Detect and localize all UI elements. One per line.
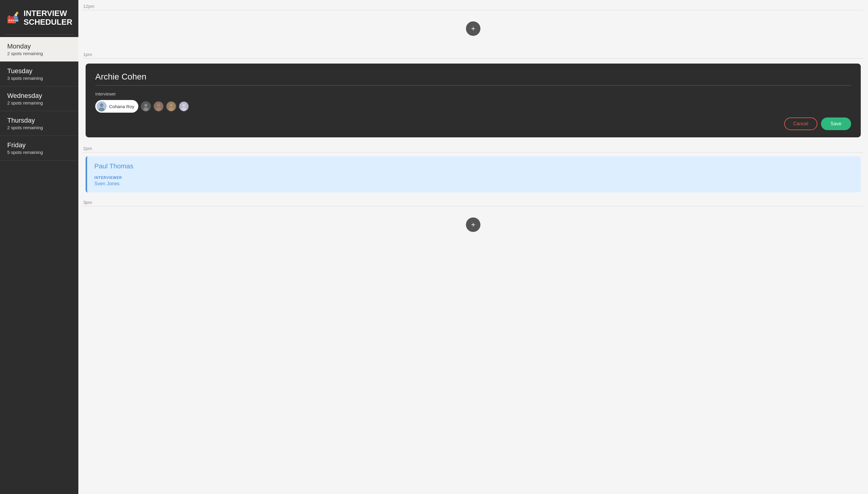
editing-card-container: Archie Cohen Interviewer Cohana Roy [78, 59, 868, 142]
plus-icon-2: + [471, 221, 475, 229]
svg-point-15 [100, 103, 104, 107]
svg-point-28 [181, 108, 187, 111]
time-slot-3pm: 3pm + [78, 196, 868, 244]
save-button[interactable]: Save [821, 117, 851, 130]
time-label-12pm: 12pm [78, 0, 868, 10]
sidebar-item-monday[interactable]: Monday 2 spots remaining [0, 37, 78, 62]
cancel-button[interactable]: Cancel [784, 117, 817, 130]
sidebar-item-thursday[interactable]: Thursday 2 spots remaining [0, 111, 78, 136]
app-title: INTERVIEW SCHEDULER [23, 9, 72, 26]
card-actions: Cancel Save [95, 117, 851, 130]
logo-area: INTERVIEW SCHEDULER [0, 0, 78, 34]
svg-rect-5 [11, 20, 12, 21]
primary-interviewer-avatar [96, 101, 107, 111]
interviewer-section-label: Interviewer [95, 92, 851, 96]
display-interviewer-label: INTERVIEWER [94, 176, 853, 180]
extra-interviewer-avatar-4 [179, 101, 189, 111]
plus-icon-1: + [471, 24, 475, 33]
time-slot-2pm: 2pm Paul Thomas INTERVIEWER Sven Jones [78, 142, 868, 196]
primary-interviewer-name: Cohana Roy [109, 104, 134, 109]
app-title-text: INTERVIEW SCHEDULER [23, 9, 72, 26]
time-label-2pm: 2pm [78, 142, 868, 152]
slot-content-12pm: + [78, 11, 868, 47]
display-card-container: Paul Thomas INTERVIEWER Sven Jones [78, 153, 868, 196]
sidebar: INTERVIEW SCHEDULER Monday 2 spots remai… [0, 0, 78, 494]
main-content: 12pm + 1pm Archie Cohen Interviewer [78, 0, 868, 494]
time-slot-1pm: 1pm Archie Cohen Interviewer [78, 48, 868, 142]
svg-rect-2 [9, 15, 10, 18]
app-logo-icon [6, 7, 19, 28]
display-interviewer-name: Sven Jones [94, 181, 853, 187]
interviewer-row: Cohana Roy [95, 100, 851, 113]
svg-point-24 [170, 103, 173, 107]
sidebar-item-tuesday[interactable]: Tuesday 3 spots remaining [0, 62, 78, 87]
extra-interviewer-avatar-2 [153, 101, 164, 111]
svg-point-27 [182, 103, 186, 107]
interview-card-display[interactable]: Paul Thomas INTERVIEWER Sven Jones [86, 156, 861, 192]
time-slot-12pm: 12pm + [78, 0, 868, 48]
svg-rect-4 [9, 20, 10, 21]
svg-rect-10 [15, 20, 18, 21]
display-candidate-name: Paul Thomas [94, 163, 853, 170]
svg-point-18 [144, 103, 148, 107]
sidebar-divider [5, 34, 74, 35]
slot-content-3pm: + [78, 207, 868, 243]
add-interview-button-3pm[interactable]: + [466, 217, 480, 232]
extra-interviewer-avatar-3 [166, 101, 176, 111]
add-interview-button-12pm[interactable]: + [466, 21, 480, 36]
candidate-name-editing: Archie Cohen [95, 72, 851, 86]
svg-point-25 [169, 108, 174, 111]
svg-rect-8 [15, 17, 18, 19]
sidebar-item-friday[interactable]: Friday 5 spots remaining [0, 136, 78, 160]
extra-interviewer-avatar-1 [141, 101, 151, 111]
interview-card-editing: Archie Cohen Interviewer Cohana Roy [86, 63, 861, 137]
sidebar-item-wednesday[interactable]: Wednesday 2 spots remaining [0, 87, 78, 111]
svg-point-19 [144, 108, 149, 111]
primary-interviewer-pill[interactable]: Cohana Roy [95, 100, 138, 113]
svg-point-22 [156, 108, 162, 111]
time-label-3pm: 3pm [78, 196, 868, 206]
svg-point-21 [157, 103, 160, 107]
time-label-1pm: 1pm [78, 48, 868, 58]
